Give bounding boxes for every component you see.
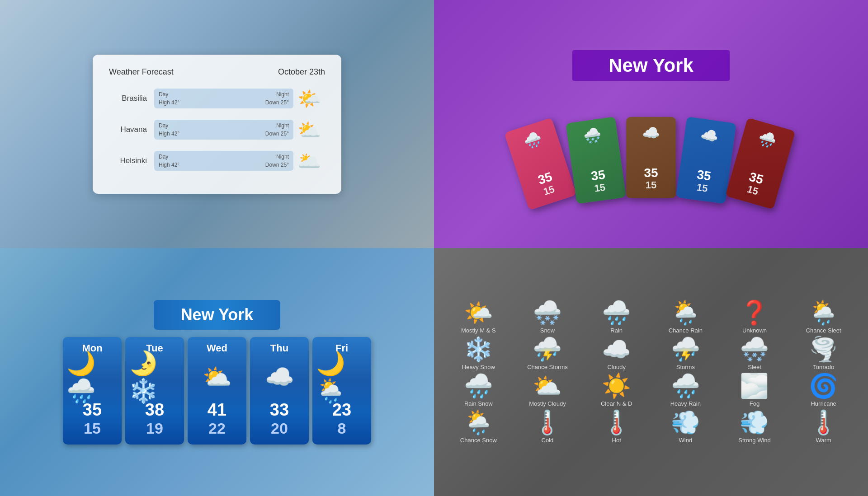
icon-label-4: Unknown xyxy=(742,327,767,334)
icon-label-3: Chance Rain xyxy=(669,327,703,334)
day-low-fri: 8 xyxy=(338,420,346,437)
icon-cell-0: 🌤️ Mostly M & S xyxy=(445,301,512,334)
icon-label-18: Chance Snow xyxy=(460,437,497,444)
icon-label-10: Sleet xyxy=(748,364,761,370)
card-high-1: 35 xyxy=(590,168,606,183)
weather-icon-21: 💨 xyxy=(671,411,700,434)
card-high-3: 35 xyxy=(696,168,712,183)
weather-icon-19: 🌡️ xyxy=(533,411,562,434)
quadrant-bottom-right: 🌤️ Mostly M & S 🌨️ Snow 🌧️ Rain 🌦️ Chanc… xyxy=(434,248,868,496)
card-icon-1: 🌨️ xyxy=(582,126,603,145)
quadrant-bottom-left: New York Mon 🌙🌧️ 35 15 Tue 🌛❄️ 38 19 Wed… xyxy=(0,248,434,496)
weekly-cards: Mon 🌙🌧️ 35 15 Tue 🌛❄️ 38 19 Wed ⛅ 41 22 … xyxy=(63,337,371,445)
icon-label-0: Mostly M & S xyxy=(461,327,496,334)
day-night-box-helsinki: Day Night High 42° Down 25° xyxy=(154,151,293,171)
icon-cell-8: ☁️ Cloudy xyxy=(583,337,650,370)
card-icon-2: ☁️ xyxy=(642,124,660,141)
icon-cell-10: 🌨️ Sleet xyxy=(721,337,788,370)
weather-icon-9: ⛈️ xyxy=(671,337,700,361)
day-icon-tue: 🌛❄️ xyxy=(129,361,180,393)
icon-cell-7: ⛈️ Chance Storms xyxy=(514,337,581,370)
icon-cell-15: 🌧️ Heavy Rain xyxy=(652,374,719,407)
card-high-2: 35 xyxy=(644,166,658,180)
weather-icon-0: 🌤️ xyxy=(464,301,493,324)
day-night-box-brasilia: Day Night High 42° Down 25° xyxy=(154,89,293,108)
day-icon-fri: 🌙🌦️ xyxy=(316,361,368,393)
day-label-wed: Wed xyxy=(207,342,227,354)
icon-label-13: Mostly Cloudy xyxy=(529,400,566,407)
weather-icon-10: 🌨️ xyxy=(740,337,769,361)
icon-cell-20: 🌡️ Hot xyxy=(583,411,650,444)
day-low-tue: 19 xyxy=(146,420,163,437)
weather-icon-7: ⛈️ xyxy=(533,337,562,361)
icon-cell-14: ☀️ Clear N & D xyxy=(583,374,650,407)
icon-cell-18: 🌦️ Chance Snow xyxy=(445,411,512,444)
forecast-date: October 23th xyxy=(278,67,325,77)
weather-icon-15: 🌧️ xyxy=(671,374,700,398)
day-label-havana: Day xyxy=(159,122,168,129)
icon-label-17: Hurricane xyxy=(811,400,836,407)
high-brasilia: High 42° xyxy=(159,99,179,106)
quadrant-top-left: Weather Forecast October 23th Brasilia D… xyxy=(0,0,434,248)
icon-brasilia: 🌤️ xyxy=(293,88,325,110)
weather-icon-22: 💨 xyxy=(740,411,769,434)
icon-label-22: Strong Wind xyxy=(738,437,771,444)
weather-icon-23: 🌡️ xyxy=(809,411,838,434)
cards-stack: 🌧️ 35 15 🌨️ 35 15 ☁️ 35 15 ☁️ 35 15 🌧️ 3… xyxy=(527,99,775,198)
low-havana: Down 25° xyxy=(265,131,289,137)
icon-label-11: Tornado xyxy=(813,364,834,370)
day-label-brasilia: Day xyxy=(159,91,168,98)
weather-icon-5: 🌦️ xyxy=(809,301,838,324)
card-low-0: 15 xyxy=(542,183,556,197)
icon-havana: ⛅ xyxy=(293,119,325,141)
icon-cell-4: ❓ Unknown xyxy=(721,301,788,334)
day-card-mon: Mon 🌙🌧️ 35 15 xyxy=(63,337,122,445)
icon-label-8: Cloudy xyxy=(607,364,625,370)
icon-cell-1: 🌨️ Snow xyxy=(514,301,581,334)
high-helsinki: High 42° xyxy=(159,162,179,168)
weather-icon-20: 🌡️ xyxy=(602,411,631,434)
icon-cell-13: ⛅ Mostly Cloudy xyxy=(514,374,581,407)
icon-cell-5: 🌦️ Chance Sleet xyxy=(790,301,857,334)
icon-label-1: Snow xyxy=(540,327,555,334)
weather-icon-16: 🌫️ xyxy=(740,374,769,398)
card-low-3: 15 xyxy=(696,182,708,194)
low-brasilia: Down 25° xyxy=(265,99,289,106)
forecast-card: Weather Forecast October 23th Brasilia D… xyxy=(93,55,341,194)
city-row-brasilia: Brasilia Day Night High 42° Down 25° 🌤️ xyxy=(109,88,325,110)
day-card-tue: Tue 🌛❄️ 38 19 xyxy=(125,337,184,445)
weather-icon-8: ☁️ xyxy=(602,337,631,361)
weather-card-0: 🌧️ 35 15 xyxy=(504,117,576,210)
day-low-thu: 20 xyxy=(271,420,288,437)
weather-card-4: 🌧️ 35 15 xyxy=(725,117,795,209)
weather-icon-12: 🌧️ xyxy=(464,374,493,398)
icon-label-21: Wind xyxy=(679,437,693,444)
icon-cell-11: 🌪️ Tornado xyxy=(790,337,857,370)
day-icon-wed: ⛅ xyxy=(203,361,232,393)
day-low-mon: 15 xyxy=(84,420,101,437)
icon-label-16: Fog xyxy=(750,400,760,407)
weather-icon-4: ❓ xyxy=(740,301,769,324)
icon-label-6: Heavy Snow xyxy=(462,364,495,370)
weather-icon-3: 🌦️ xyxy=(671,301,700,324)
weather-icon-2: 🌧️ xyxy=(602,301,631,324)
icon-label-19: Cold xyxy=(542,437,554,444)
icon-label-20: Hot xyxy=(612,437,621,444)
icon-cell-3: 🌦️ Chance Rain xyxy=(652,301,719,334)
high-havana: High 42° xyxy=(159,131,179,137)
day-card-thu: Thu ☁️ 33 20 xyxy=(250,337,309,445)
card-low-2: 15 xyxy=(646,180,656,191)
day-card-fri: Fri 🌙🌦️ 23 8 xyxy=(312,337,371,445)
weather-card-2: ☁️ 35 15 xyxy=(626,117,676,198)
day-night-box-havana: Day Night High 42° Down 25° xyxy=(154,120,293,140)
weather-icon-18: 🌦️ xyxy=(464,411,493,434)
icon-helsinki: 🌥️ xyxy=(293,150,325,172)
weather-icon-14: ☀️ xyxy=(602,374,631,398)
card-low-4: 15 xyxy=(746,183,760,197)
city-name-helsinki: Helsinki xyxy=(109,156,154,165)
icon-cell-2: 🌧️ Rain xyxy=(583,301,650,334)
icon-cell-19: 🌡️ Cold xyxy=(514,411,581,444)
icon-grid: 🌤️ Mostly M & S 🌨️ Snow 🌧️ Rain 🌦️ Chanc… xyxy=(445,301,857,444)
day-high-thu: 33 xyxy=(270,400,289,420)
weekly-title: New York xyxy=(154,300,281,330)
